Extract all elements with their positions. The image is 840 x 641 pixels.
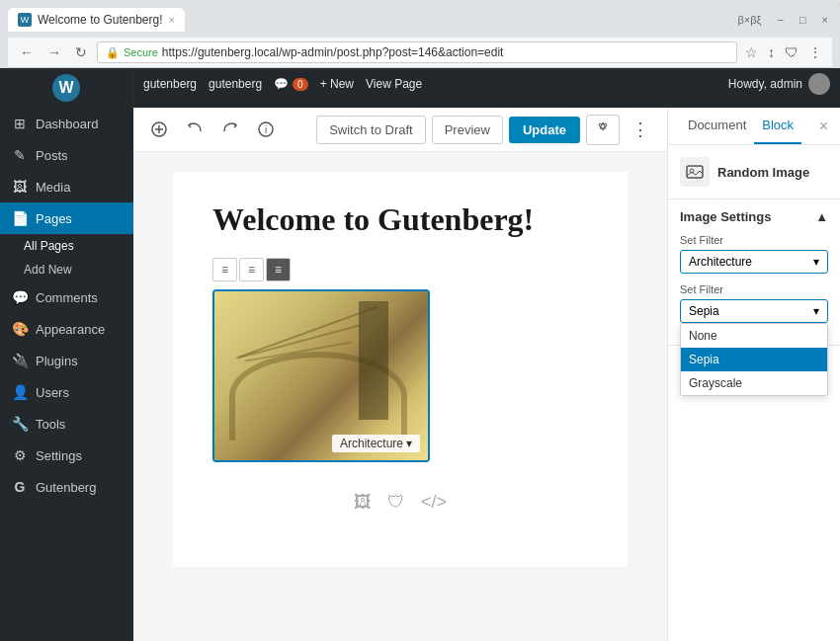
collapse-arrow: ▲ [815, 209, 828, 224]
editor-canvas: Welcome to Gutenberg! ≡ ≡ ≡ [173, 172, 628, 567]
sidebar-subitem-all-pages[interactable]: All Pages [0, 234, 133, 258]
browser-titlebar: W Welcome to Gutenberg! × β×βξ − □ × ← →… [0, 0, 840, 68]
sidebar-item-media[interactable]: 🖼 Media [0, 171, 133, 202]
editor-content: Welcome to Gutenberg! ≡ ≡ ≡ [133, 152, 667, 641]
filter-option-sepia[interactable]: Sepia [681, 348, 827, 371]
add-block-button[interactable] [145, 118, 173, 141]
filter-row-1: Set Filter Architecture ▾ [680, 234, 828, 274]
site-label[interactable]: gutenberg [209, 77, 262, 91]
sidebar-item-gutenberg[interactable]: G Gutenberg [0, 471, 133, 503]
bottom-add-blocks: 🖼 🛡 </> [212, 482, 588, 522]
filter-option-none[interactable]: None [681, 324, 827, 348]
window-label: β×βξ [733, 12, 765, 28]
editor-actions: Switch to Draft Preview Update ⋮ [316, 114, 655, 145]
redo-button[interactable] [216, 118, 244, 141]
wp-logo: W [0, 68, 133, 108]
sidebar-item-label: Comments [36, 290, 98, 305]
dashboard-icon: ⊞ [12, 116, 28, 131]
block-icon [680, 157, 710, 187]
undo-button[interactable] [181, 118, 209, 141]
block-info: Random Image [668, 145, 840, 200]
filter-select-1[interactable]: Architecture ▾ [680, 250, 828, 274]
sidebar-item-pages[interactable]: 📄 Pages [0, 202, 133, 234]
view-page-link[interactable]: View Page [366, 77, 422, 91]
update-button[interactable]: Update [509, 117, 580, 143]
refresh-button[interactable]: ↻ [71, 42, 91, 62]
bookmark-button[interactable]: ☆ [743, 42, 760, 62]
arch-building [359, 301, 388, 420]
filter-row-2: Set Filter Sepia ▾ None Sepia [680, 283, 828, 323]
image-settings-header[interactable]: Image Settings ▲ [668, 200, 840, 234]
filter-dropdown-container: Sepia ▾ None Sepia Grayscale [680, 299, 828, 323]
posts-icon: ✎ [12, 147, 28, 163]
sidebar-item-plugins[interactable]: 🔌 Plugins [0, 345, 133, 376]
filter-select-2[interactable]: Sepia ▾ [680, 299, 828, 323]
filter-2-value: Sepia [689, 304, 719, 318]
sidebar-item-label: Settings [36, 448, 82, 463]
comments-link[interactable]: 💬 0 [274, 77, 308, 91]
sidebar-item-label: Media [36, 180, 70, 195]
comments-icon: 💬 [12, 289, 28, 305]
shield-button[interactable]: 🛡 [783, 42, 800, 62]
wp-body: W gutenberg gutenberg 💬 0 + New View Pag… [0, 68, 840, 641]
tab-close-button[interactable]: × [169, 14, 175, 26]
add-shield-block-button[interactable]: 🛡 [387, 492, 405, 513]
site-name-link[interactable]: gutenberg [143, 77, 197, 91]
add-image-block-button[interactable]: 🖼 [354, 492, 372, 513]
right-panel: Document Block × Random Image [667, 108, 840, 641]
sidebar-item-comments[interactable]: 💬 Comments [0, 281, 133, 313]
sidebar-subitem-add-new[interactable]: Add New [0, 258, 133, 281]
sidebar-item-posts[interactable]: ✎ Posts [0, 139, 133, 171]
browser-window: W Welcome to Gutenberg! × β×βξ − □ × ← →… [0, 0, 840, 641]
panel-tab-block[interactable]: Block [754, 108, 801, 144]
image-settings-title: Image Settings [680, 209, 771, 224]
maximize-button[interactable]: □ [796, 12, 810, 28]
sidebar-item-users[interactable]: 👤 Users [0, 376, 133, 408]
more-options-button[interactable]: ⋮ [626, 114, 655, 145]
sidebar-item-tools[interactable]: 🔧 Tools [0, 408, 133, 440]
new-link[interactable]: + New [320, 77, 354, 91]
info-button[interactable]: i [252, 118, 280, 141]
plugins-icon: 🔌 [12, 353, 28, 368]
preview-button[interactable]: Preview [432, 116, 503, 144]
align-center-button[interactable]: ≡ [239, 258, 264, 281]
tab-title: Welcome to Gutenberg! [38, 13, 163, 27]
forward-button[interactable]: → [43, 42, 65, 62]
caption-arrow: ▾ [406, 437, 412, 450]
browser-toolbar: ← → ↻ 🔒 Secure https://gutenberg.local/w… [8, 38, 832, 68]
extensions-button[interactable]: ↕ [766, 42, 777, 62]
sidebar-item-settings[interactable]: ⚙ Settings [0, 440, 133, 471]
filter-2-arrow: ▾ [813, 304, 819, 318]
browser-tab-bar: W Welcome to Gutenberg! × [8, 8, 185, 32]
settings-panel-button[interactable] [586, 115, 620, 145]
sidebar-sub-label: Add New [24, 263, 72, 277]
sidebar-item-label: Pages [36, 211, 72, 226]
align-left-button[interactable]: ≡ [212, 258, 237, 281]
main-layout: ⊞ Dashboard ✎ Posts 🖼 Media 📄 Pages [0, 108, 840, 641]
sidebar-item-appearance[interactable]: 🎨 Appearance [0, 313, 133, 345]
close-button[interactable]: × [818, 12, 832, 28]
address-bar[interactable]: 🔒 Secure https://gutenberg.local/wp-admi… [97, 41, 737, 63]
menu-button[interactable]: ⋮ [806, 42, 824, 62]
add-html-block-button[interactable]: </> [421, 492, 447, 513]
sidebar-item-label: Appearance [36, 322, 105, 337]
align-right-button[interactable]: ≡ [266, 258, 291, 281]
page-title[interactable]: Welcome to Gutenberg! [212, 201, 588, 238]
sidebar-sub-label: All Pages [24, 239, 74, 253]
comments-count: 0 [293, 78, 308, 91]
set-filter-label-2: Set Filter [680, 283, 828, 295]
filter-dropdown-menu: None Sepia Grayscale [680, 323, 828, 396]
minimize-button[interactable]: − [773, 12, 787, 28]
panel-close-button[interactable]: × [819, 118, 828, 135]
back-button[interactable]: ← [16, 42, 38, 62]
wp-admin-bar: gutenberg gutenberg 💬 0 + New View Page … [133, 68, 840, 100]
sidebar: ⊞ Dashboard ✎ Posts 🖼 Media 📄 Pages [0, 108, 133, 641]
image-block[interactable]: Architecture ▾ [212, 289, 430, 462]
active-tab[interactable]: W Welcome to Gutenberg! × [8, 8, 185, 32]
image-settings-section: Image Settings ▲ Set Filter Architecture… [668, 200, 840, 346]
sidebar-item-dashboard[interactable]: ⊞ Dashboard [0, 108, 133, 139]
panel-tab-document[interactable]: Document [680, 108, 754, 144]
switch-to-draft-button[interactable]: Switch to Draft [316, 116, 426, 144]
image-caption[interactable]: Architecture ▾ [332, 435, 420, 452]
filter-option-grayscale[interactable]: Grayscale [681, 371, 827, 395]
